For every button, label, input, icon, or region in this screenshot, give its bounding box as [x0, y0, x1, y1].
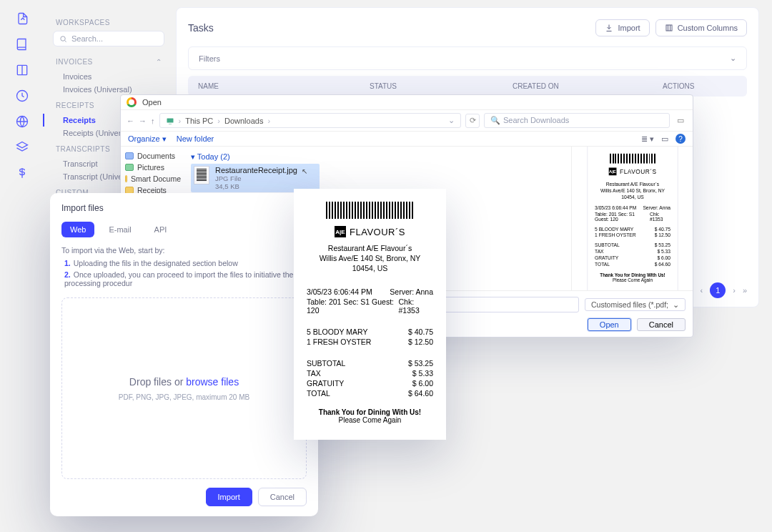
crumb-folder[interactable]: Downloads	[224, 117, 263, 125]
import-panel: Import files Web E-mail API To import vi…	[50, 193, 318, 516]
receipt-preview-large: A|EFLAVOUR´S Restaurant A/E Flavour´s Wi…	[294, 189, 446, 440]
import-button-label: Import	[618, 24, 640, 32]
next-page-single[interactable]: ›	[733, 286, 736, 295]
nav-forward-icon[interactable]: →	[139, 117, 147, 125]
import-submit-button[interactable]: Import	[206, 488, 252, 506]
import-step-1: 1.Uploading the fils in the designated s…	[61, 259, 307, 267]
book-icon[interactable]	[14, 36, 30, 52]
chevron-down-icon[interactable]: ⌄	[448, 116, 455, 125]
barcode	[609, 154, 656, 164]
brand-name: FLAVOUR´S	[350, 227, 405, 237]
tab-email[interactable]: E-mail	[100, 222, 139, 237]
receipt-total-label: TOTAL	[307, 389, 330, 398]
clock-icon[interactable]	[14, 88, 30, 104]
pc-icon	[166, 117, 174, 125]
file-type-filter[interactable]: Customised files (*.pdf;⌄	[585, 298, 686, 311]
receipt-subtotal-label: SUBTOTAL	[307, 359, 345, 368]
chevron-up-icon: ⌃	[156, 58, 162, 66]
filters-label: Filters	[199, 54, 220, 63]
brand-logo: A|E	[608, 167, 616, 175]
file-thumbnail	[194, 166, 209, 184]
barcode	[326, 202, 415, 219]
chrome-icon	[127, 97, 137, 107]
chevron-down-icon: ⌄	[730, 54, 736, 63]
svg-rect-5	[167, 118, 173, 122]
help-icon[interactable]: ?	[676, 134, 686, 144]
receipt-check: Chk: #1353	[399, 297, 433, 315]
brand-logo: A|E	[335, 226, 346, 237]
preview-toggle-icon[interactable]: ▭	[661, 134, 668, 144]
browse-files-link[interactable]: browse files	[186, 376, 239, 388]
import-tabs: Web E-mail API	[61, 222, 307, 237]
receipt-item-price: $ 12.50	[408, 338, 433, 346]
receipt-gratuity-label: GRATUITY	[307, 379, 344, 388]
chevron-down-icon: ⌄	[673, 300, 679, 309]
columns-icon[interactable]	[14, 62, 30, 78]
receipt-preview-small: A|EFLAVOUR´S Restaurant A/E Flavour´s Wi…	[587, 147, 678, 290]
import-button[interactable]: Import	[595, 19, 649, 36]
filters-bar[interactable]: Filters ⌄	[188, 46, 747, 70]
next-page[interactable]: »	[743, 286, 747, 295]
new-folder-button[interactable]: New folder	[177, 134, 214, 144]
cancel-button[interactable]: Cancel	[637, 318, 686, 331]
dialog-search-placeholder: Search Downloads	[503, 116, 569, 124]
group-today[interactable]: Today (2)	[191, 150, 565, 164]
custom-columns-button[interactable]: Custom Columns	[655, 19, 747, 36]
tab-web[interactable]: Web	[61, 222, 94, 237]
tree-node[interactable]: Smart Docume	[125, 173, 181, 184]
page-title: Tasks	[188, 22, 214, 34]
layers-icon[interactable]	[14, 139, 30, 155]
file-row-selected[interactable]: RestauranteReceipt.jpg JPG File 34,5 KB …	[191, 164, 320, 192]
invoices-header[interactable]: INVOICES⌃	[44, 52, 173, 70]
globe-icon[interactable]	[14, 114, 30, 129]
receipt-restaurant: Restaurant A/E Flavour´s	[595, 181, 670, 187]
import-step-2: 2.Once uploaded, you can proceed to impo…	[61, 270, 307, 287]
receipt-thanks: Thank You for Dining With Us!	[307, 408, 433, 416]
settings-icon[interactable]: ▭	[674, 116, 687, 125]
page-current[interactable]: 1	[710, 282, 726, 298]
receipt-server: Server: Anna	[390, 287, 433, 296]
prev-page-single[interactable]: ‹	[701, 286, 703, 295]
dialog-title: Open	[142, 98, 162, 107]
receipt-again: Please Come Again	[307, 416, 433, 424]
crumb-root[interactable]: This PC	[185, 117, 213, 125]
receipt-subtotal: $ 53.25	[400, 359, 433, 368]
receipt-tax-label: TAX	[307, 369, 321, 378]
svg-point-3	[61, 36, 65, 40]
dialog-titlebar: Open	[121, 95, 693, 110]
breadcrumb[interactable]: › This PC › Downloads › ⌄	[159, 113, 462, 128]
dollar-icon[interactable]	[14, 165, 30, 181]
organize-menu[interactable]: Organize ▾	[128, 134, 167, 144]
tab-api[interactable]: API	[146, 222, 176, 237]
nav-up-icon[interactable]: ↑	[151, 117, 155, 125]
receipt-item: 5 BLOODY MARY	[307, 327, 367, 336]
refresh-icon[interactable]: ⟳	[465, 114, 480, 128]
custom-columns-label: Custom Columns	[678, 24, 738, 32]
dialog-search[interactable]: 🔍Search Downloads	[484, 113, 670, 128]
receipt-tax: $ 5.33	[400, 369, 433, 378]
pager: « ‹ 1 › »	[688, 282, 747, 298]
table-header: NAME STATUS CREATED ON ACTIONS	[188, 76, 747, 97]
import-cancel-button[interactable]: Cancel	[258, 488, 307, 506]
receipt-addr2: 10454, US	[595, 194, 670, 200]
receipt-addr1: Willis Ave/E 140 St, Bronx, NY	[307, 253, 433, 263]
view-mode-icon[interactable]: ≣ ▾	[641, 134, 654, 144]
document-import-icon[interactable]	[14, 11, 30, 26]
workspace-search[interactable]: Search...	[53, 31, 164, 46]
tree-node[interactable]: Pictures	[125, 162, 181, 173]
nav-back-icon[interactable]: ←	[127, 117, 134, 125]
th-created: CREATED ON	[513, 82, 663, 90]
dropzone-text: Drop files or browse files	[129, 376, 239, 388]
receipt-datetime: 3/05/23 6:06:44 PM	[307, 287, 372, 296]
sidebar-item-invoices[interactable]: Invoices	[44, 70, 173, 83]
receipt-gratuity: $ 6.00	[400, 379, 433, 388]
open-button[interactable]: Open	[588, 318, 631, 331]
icon-rail	[0, 0, 44, 315]
file-type: JPG File	[215, 174, 297, 182]
dropzone[interactable]: Drop files or browse files PDF, PNG, JPG…	[61, 297, 307, 479]
import-intro: To import via the Web, start by:	[61, 246, 307, 255]
preview-pane: A|EFLAVOUR´S Restaurant A/E Flavour´s Wi…	[571, 147, 693, 290]
receipt-addr1: Willis Ave/E 140 St, Bronx, NY	[595, 187, 670, 194]
tree-node[interactable]: Documents	[125, 150, 181, 162]
workspaces-header: WORKSPACES	[44, 13, 173, 31]
